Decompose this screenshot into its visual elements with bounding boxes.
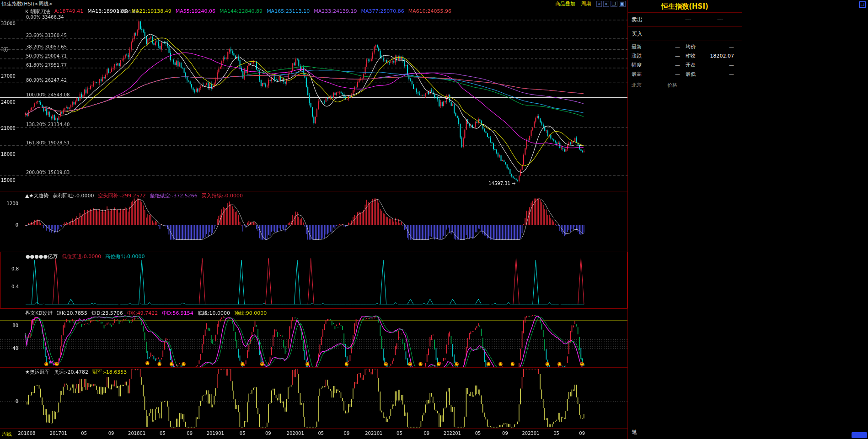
kd-indicator-canvas[interactable] — [0, 309, 627, 367]
period-button[interactable]: 周期 — [581, 0, 591, 7]
indicator-value: 坚绝做空:-372.5266 — [150, 192, 198, 199]
quote-grid-row: 幅度 — 开盘 — — [628, 61, 742, 70]
indicator-value: ▲★大趋势 — [25, 192, 48, 199]
trend-indicator-header: ▲★大趋势获利回吐:-0.0000空头回补:-299.2572坚绝做空:-372… — [25, 192, 243, 199]
quote-grid-row: 最新 — 均价 — — [628, 42, 742, 52]
trading-terminal: 恒生指数(HSI)<周线> 商品叠加 周期 « » ❐ ▣ K 胡家刀法A:18… — [0, 0, 868, 439]
main-chart-panel: K 胡家刀法A:18749.41MA13:18901.85MA21:19138.… — [0, 7, 627, 191]
chart-column: 恒生指数(HSI)<周线> 商品叠加 周期 « » ❐ ▣ K 胡家刀法A:18… — [0, 0, 627, 439]
indicator-value: MA377:25070.86 — [361, 8, 404, 15]
indicator-value: MA233:24139.19 — [314, 8, 357, 15]
field-label-low: 最低 — [686, 70, 707, 79]
quote-grid-row: 最高 — 最低 — — [628, 70, 742, 79]
yiwan-indicator-canvas[interactable] — [0, 252, 627, 308]
link-window-icon[interactable]: ❐ — [859, 1, 866, 8]
buy-label: 买入 — [632, 27, 659, 41]
field-value-avg: — — [707, 42, 734, 52]
kd-indicator-header: 界文KD改进短K:20.7855短D:23.5706中K:49.7422中D:5… — [25, 310, 267, 317]
olympic-indicator-header: ★奥运冠军奥运:-20.4782冠军:-18.6353 — [25, 369, 127, 376]
quote-panel: ❐ 恒生指数(HSI) 卖出 --- --- 买入 --- --- 最新 — 均… — [627, 0, 868, 439]
indicator-value: MA610:24055.96 — [408, 8, 451, 15]
yiwan-indicator-header: ●●●●●亿万低位买进:0.0000高位抛出:0.0000 — [26, 253, 145, 260]
quote-title: 恒生指数(HSI) — [628, 0, 742, 13]
quote-grid-row: 涨跌 — 昨收 18202.07 — [628, 52, 742, 61]
indicator-value: 短D:23.5706 — [91, 310, 123, 317]
indicator-value: MA55:19240.06 — [176, 8, 215, 15]
field-value-high: — — [653, 70, 680, 79]
sell-label: 卖出 — [632, 13, 659, 26]
title-bar: 恒生指数(HSI)<周线> 商品叠加 周期 « » ❐ ▣ — [0, 0, 627, 7]
sell-volume: --- — [691, 13, 723, 26]
kd-indicator-panel: 界文KD改进短K:20.7855短D:23.5706中K:49.7422中D:5… — [0, 308, 627, 367]
indicator-value: MA165:23113.10 — [267, 8, 310, 15]
sell-row: 卖出 --- --- — [628, 13, 742, 27]
time-axis: 周线 — [0, 428, 627, 439]
indicator-value: ★奥运冠军 — [25, 369, 50, 376]
indicator-value: ●●●●●亿万 — [26, 253, 58, 260]
bi-tab-label[interactable]: 笔 — [632, 428, 637, 436]
indicator-value: 界文KD改进 — [25, 310, 53, 317]
indicator-value: 奥运:-20.4782 — [54, 369, 88, 376]
buy-volume: --- — [691, 27, 723, 41]
trend-indicator-panel: ▲★大趋势获利回吐:-0.0000空头回补:-299.2572坚绝做空:-372… — [0, 191, 627, 252]
field-value-last: — — [653, 42, 680, 52]
bottom-right-button[interactable] — [852, 432, 867, 438]
indicator-value: 低位买进:0.0000 — [62, 253, 101, 260]
next-period-icon[interactable]: » — [603, 1, 609, 7]
buy-price: --- — [659, 27, 691, 41]
indicator-value: 短K:20.7855 — [57, 310, 87, 317]
quote-grid: 最新 — 均价 — 涨跌 — 昨收 18202.07 幅度 — 开盘 — — [628, 41, 742, 79]
window-controls: « » ❐ ▣ — [596, 1, 626, 7]
indicator-value: MA13:18901.85 — [87, 8, 127, 15]
olympic-indicator-canvas[interactable] — [0, 368, 627, 428]
main-chart-header: K 胡家刀法A:18749.41MA13:18901.85MA21:19138.… — [25, 8, 451, 15]
col-header-region: 北京 — [632, 81, 642, 90]
field-label-avg: 均价 — [686, 42, 707, 52]
yiwan-indicator-panel-selected: ●●●●●亿万低位买进:0.0000高位抛出:0.0000 — [0, 252, 627, 308]
indicator-value: 获利回吐:-0.0000 — [53, 192, 94, 199]
field-value-open: — — [707, 61, 734, 70]
trend-indicator-canvas[interactable] — [0, 191, 627, 252]
toolbar-right: 商品叠加 周期 « » ❐ ▣ — [555, 0, 626, 7]
field-value-low: — — [707, 70, 734, 79]
field-value-amplitude: — — [653, 61, 680, 70]
indicator-value: 底线:10.0000 — [198, 310, 230, 317]
window-split-icon[interactable]: ❐ — [611, 1, 617, 7]
indicator-value: 中K:49.7422 — [127, 310, 158, 317]
indicator-value: MA144:22840.89 — [220, 8, 263, 15]
indicator-value: 顶线:90.0000 — [234, 310, 267, 317]
field-label-change: 涨跌 — [632, 52, 653, 61]
main-chart-canvas[interactable] — [0, 7, 627, 191]
quote-table-headers: 北京 价格 — [628, 81, 742, 90]
olympic-indicator-panel: ★奥运冠军奥运:-20.4782冠军:-18.6353 — [0, 367, 627, 428]
indicator-value: 高位抛出:0.0000 — [105, 253, 145, 260]
indicator-value: A:18749.41 — [54, 8, 84, 15]
time-axis-canvas[interactable] — [0, 429, 627, 439]
col-header-price: 价格 — [667, 81, 677, 90]
quote-box: 恒生指数(HSI) 卖出 --- --- 买入 --- --- 最新 — 均价 … — [628, 0, 742, 90]
indicator-value: 空头回补:-299.2572 — [98, 192, 146, 199]
field-value-change: — — [653, 52, 680, 61]
field-label-high: 最高 — [632, 70, 653, 79]
indicator-value: 冠军:-18.6353 — [92, 369, 127, 376]
period-label[interactable]: 周线 — [2, 431, 12, 438]
window-title: 恒生指数(HSI)<周线> — [2, 0, 53, 7]
indicator-value: 买入持续:-0.0000 — [202, 192, 243, 199]
maximize-icon[interactable]: ▣ — [619, 1, 626, 7]
field-label-last: 最新 — [632, 42, 653, 52]
field-label-open: 开盘 — [686, 61, 707, 70]
field-label-amplitude: 幅度 — [632, 61, 653, 70]
field-label-prevclose: 昨收 — [686, 52, 707, 61]
indicator-value: K 胡家刀法 — [25, 8, 50, 15]
buy-row: 买入 --- --- — [628, 27, 742, 41]
field-value-prevclose: 18202.07 — [707, 52, 734, 61]
sell-price: --- — [659, 13, 691, 26]
overlay-button[interactable]: 商品叠加 — [555, 0, 575, 7]
indicator-value: MA21:19138.49 — [131, 8, 171, 15]
prev-period-icon[interactable]: « — [596, 1, 602, 7]
indicator-value: 中D:56.9154 — [162, 310, 193, 317]
